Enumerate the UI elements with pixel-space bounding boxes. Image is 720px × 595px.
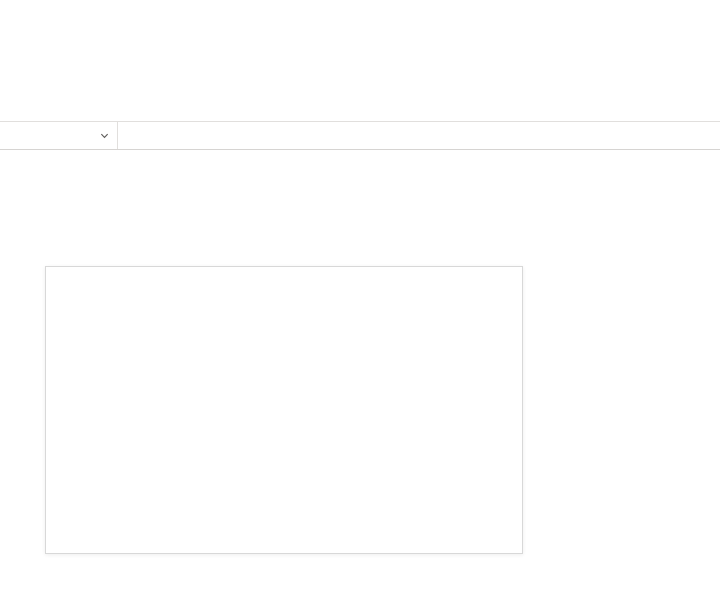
chart-title bbox=[46, 267, 522, 287]
excel-app bbox=[0, 0, 720, 595]
ribbon-tab-bar bbox=[0, 0, 720, 26]
chevron-down-icon[interactable] bbox=[100, 133, 109, 139]
name-box[interactable] bbox=[0, 122, 118, 149]
chart-plot-area bbox=[46, 287, 524, 499]
chart-legend bbox=[46, 499, 522, 507]
embedded-chart[interactable] bbox=[45, 266, 523, 554]
spreadsheet-grid bbox=[0, 150, 720, 595]
ribbon-toolbar bbox=[0, 26, 720, 122]
formula-bar bbox=[0, 122, 720, 150]
